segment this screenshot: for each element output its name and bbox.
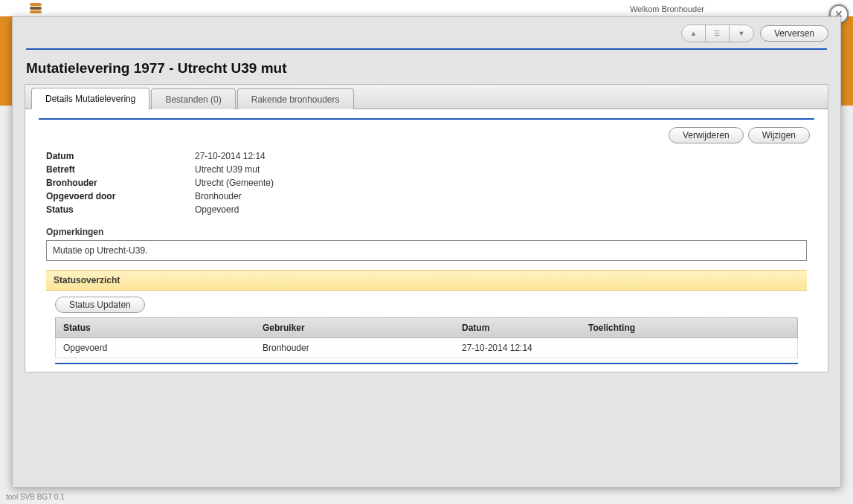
details-row-concerns: Betreft Utrecht U39 mut — [46, 163, 807, 176]
status-update-row: Status Updaten — [25, 297, 828, 317]
details-row-date: Datum 27-10-2014 12:14 — [46, 149, 807, 163]
tab-details[interactable]: Details Mutatielevering — [31, 88, 149, 109]
label-remarks: Opmerkingen — [25, 224, 828, 240]
page-title: Mutatielevering 1977 - Utrecht U39 mut — [16, 50, 837, 84]
value-holder: Utrecht (Gemeente) — [195, 178, 274, 188]
details-row-holder: Bronhouder Utrecht (Gemeente) — [46, 176, 807, 190]
cell-date: 27-10-2014 12:14 — [454, 338, 581, 358]
details-block: Datum 27-10-2014 12:14 Betreft Utrecht U… — [25, 145, 828, 224]
label-holder: Bronhouder — [46, 178, 195, 188]
label-status: Status — [46, 204, 195, 215]
col-date: Datum — [454, 318, 581, 337]
nav-list-button[interactable]: ☰ — [706, 25, 730, 42]
refresh-button[interactable]: Verversen — [760, 25, 828, 42]
chevron-up-icon: ▲ — [690, 30, 697, 37]
value-date: 27-10-2014 12:14 — [195, 151, 265, 161]
col-note: Toelichting — [581, 318, 797, 337]
label-date: Datum — [46, 151, 195, 161]
record-actions: Verwijderen Wijzigen — [25, 124, 828, 145]
remarks-text: Mutatie op Utrecht-U39. — [46, 240, 807, 261]
tab-panel: Details Mutatielevering Bestanden (0) Ra… — [25, 84, 828, 372]
value-concerns: Utrecht U39 mut — [195, 164, 260, 175]
status-table-header: Status Gebruiker Datum Toelichting — [55, 317, 798, 338]
details-row-entered-by: Opgevoerd door Bronhouder — [46, 190, 807, 203]
status-table-row: Opgevoerd Bronhouder 27-10-2014 12:14 — [55, 338, 798, 358]
tab-touching-holders[interactable]: Rakende bronhouders — [237, 88, 354, 109]
tab-files[interactable]: Bestanden (0) — [151, 88, 235, 109]
nav-button-group: ▲ ☰ ▼ — [681, 25, 754, 42]
label-entered-by: Opgevoerd door — [46, 191, 195, 201]
tab-strip: Details Mutatielevering Bestanden (0) Ra… — [25, 84, 828, 109]
dialog-toolbar: ▲ ☰ ▼ Verversen — [16, 17, 837, 48]
page-backdrop-top — [0, 0, 853, 16]
status-table: Status Gebruiker Datum Toelichting Opgev… — [55, 317, 798, 358]
welcome-user-text: Welkom Bronhouder — [630, 4, 704, 13]
divider — [55, 363, 798, 364]
divider — [39, 118, 814, 120]
status-update-button[interactable]: Status Updaten — [55, 297, 145, 313]
edit-button[interactable]: Wijzigen — [748, 127, 810, 143]
app-logo-icon — [30, 3, 42, 13]
label-concerns: Betreft — [46, 164, 195, 175]
col-user: Gebruiker — [255, 318, 454, 337]
status-overview-heading: Statusoverzicht — [46, 270, 807, 291]
nav-down-button[interactable]: ▼ — [730, 25, 753, 42]
cell-user: Bronhouder — [255, 338, 454, 358]
details-row-status: Status Opgevoerd — [46, 203, 807, 216]
cell-status: Opgevoerd — [56, 338, 255, 358]
value-status: Opgevoerd — [195, 204, 239, 215]
list-icon: ☰ — [714, 30, 720, 37]
nav-up-button[interactable]: ▲ — [682, 25, 706, 42]
chevron-down-icon: ▼ — [738, 30, 745, 37]
col-status: Status — [56, 318, 255, 337]
cell-note — [581, 338, 797, 358]
modal-dialog: ▲ ☰ ▼ Verversen Mutatielevering 1977 - U… — [12, 16, 841, 488]
footer-version: tool SVB BGT 0.1 — [6, 493, 65, 501]
value-entered-by: Bronhouder — [195, 191, 242, 201]
delete-button[interactable]: Verwijderen — [669, 127, 744, 143]
